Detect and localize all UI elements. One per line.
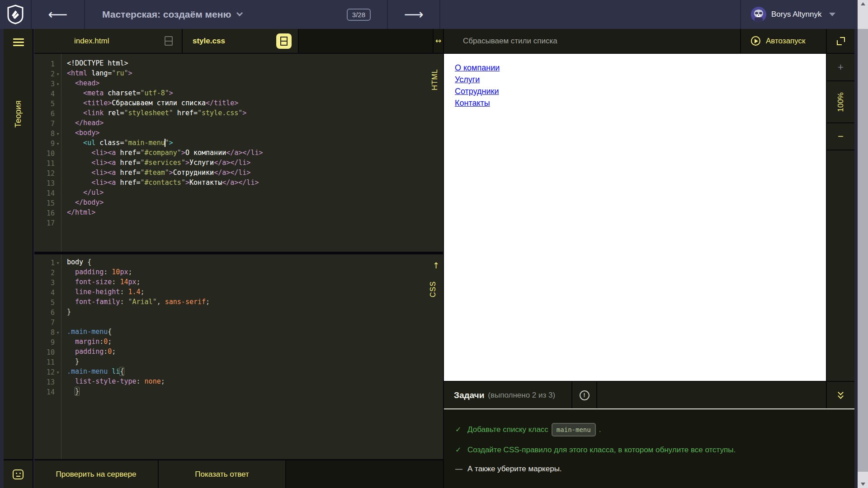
- dash-icon: —: [455, 464, 467, 474]
- page-scrollbar[interactable]: [858, 0, 868, 488]
- code-line: <li><a href="#services">Услуги</a></li>: [67, 159, 443, 169]
- scroll-top-icon[interactable]: ↑: [433, 261, 439, 270]
- scrollbar-up-arrow[interactable]: [858, 0, 868, 8]
- shield-logo-icon: [7, 5, 24, 24]
- scrollbar-thumb[interactable]: [858, 29, 868, 472]
- split-view-icon[interactable]: [165, 36, 173, 46]
- gutter-line: 14: [34, 387, 61, 397]
- preview-link[interactable]: Сотрудники: [455, 85, 499, 97]
- line-number: 11: [47, 160, 55, 168]
- chevron-down-icon[interactable]: [236, 10, 243, 16]
- prev-task-button[interactable]: ⟵: [32, 0, 85, 29]
- gutter-line: 1▾: [34, 258, 61, 268]
- page-title[interactable]: Мастерская: создаём меню: [102, 9, 231, 20]
- check-icon: ✓: [455, 424, 467, 435]
- line-number: 8: [51, 328, 55, 337]
- fold-marker-icon[interactable]: ▾: [55, 72, 61, 76]
- code-line: padding: 10px;: [67, 268, 443, 278]
- fold-marker-icon[interactable]: ▾: [55, 131, 61, 136]
- fold-marker-icon[interactable]: ▾: [55, 261, 61, 265]
- menu-burger-icon[interactable]: [13, 38, 24, 46]
- tasks-collapse-button[interactable]: [826, 382, 854, 408]
- line-number: 1: [51, 60, 55, 68]
- feedback-face-icon: [13, 469, 24, 479]
- code-line: list-style-type: none;: [67, 377, 443, 387]
- zoom-in-button[interactable]: +: [827, 54, 854, 81]
- code-line: body {: [67, 258, 443, 268]
- preview-column: Сбрасываем стили списка Автозапуск О ком…: [443, 29, 854, 488]
- preview-link[interactable]: Услуги: [455, 74, 480, 85]
- user-menu[interactable]: Borys Altynnyk: [740, 0, 858, 29]
- gutter-line: 5: [34, 298, 61, 308]
- course-title-area: Мастерская: создаём меню 3/28: [85, 0, 388, 29]
- code-line: <head>: [67, 79, 443, 89]
- split-view-active-icon[interactable]: [276, 33, 292, 49]
- code-line: margin:0;: [67, 338, 443, 347]
- css-code[interactable]: body { padding: 10px; font-size: 14px; l…: [61, 254, 443, 459]
- css-editor[interactable]: 1▾2345678▾9101112▾1314 body { padding: 1…: [34, 254, 443, 459]
- fold-marker-icon[interactable]: ▾: [55, 330, 61, 335]
- check-icon: ✓: [455, 445, 467, 455]
- preview-area: О компанииУслугиСотрудникиКонтакты + 100…: [444, 54, 854, 381]
- line-number: 9: [51, 140, 55, 148]
- show-answer-button[interactable]: Показать ответ: [159, 460, 286, 488]
- gutter-line: 9▾: [34, 139, 61, 149]
- gutter-line: 2: [34, 268, 61, 278]
- tabs-spacer: [299, 29, 433, 53]
- line-number: 5: [51, 299, 55, 307]
- task-item: ✓Создайте CSS-правило для этого класса, …: [455, 445, 854, 455]
- gutter-line: 2▾: [34, 69, 61, 79]
- html-gutter: 12▾3▾45678▾9▾1011121314151617: [34, 54, 61, 252]
- preview-address: Сбрасываем стили списка: [444, 29, 557, 53]
- report-issue-button[interactable]: [4, 459, 33, 488]
- resize-horizontal-icon: ↔: [435, 37, 441, 45]
- theory-tab[interactable]: Теория: [14, 101, 23, 128]
- gutter-line: 3: [34, 278, 61, 288]
- user-dropdown-caret-icon: [829, 13, 835, 16]
- scrollbar-down-arrow[interactable]: [858, 480, 868, 488]
- html-editor[interactable]: 12▾3▾45678▾9▾1011121314151617 <!DOCTYPE …: [34, 54, 443, 252]
- top-bar: ⟵ Мастерская: создаём меню 3/28 ⟶: [0, 0, 858, 29]
- check-on-server-button[interactable]: Проверить на сервере: [34, 460, 159, 488]
- gutter-line: 3▾: [34, 79, 61, 89]
- line-number: 12: [47, 368, 55, 376]
- preview-link[interactable]: Контакты: [455, 97, 490, 109]
- pane-resize-handle[interactable]: ↔: [433, 29, 443, 53]
- code-line: </html>: [67, 208, 443, 218]
- code-line: }: [67, 308, 443, 318]
- line-number: 2: [51, 70, 55, 78]
- preview-link[interactable]: О компании: [455, 62, 500, 74]
- tasks-info-button[interactable]: !: [572, 382, 597, 408]
- htmlacademy-logo[interactable]: [0, 0, 32, 29]
- line-number: 5: [51, 100, 55, 108]
- tasks-progress: (выполнено 2 из 3): [488, 391, 555, 400]
- editor-column: index.html style.css ↔ 12▾3▾45678▾9▾1011…: [34, 29, 443, 488]
- line-number: 4: [51, 289, 55, 297]
- code-line: <html lang="ru">: [67, 69, 443, 79]
- gutter-line: 7: [34, 318, 61, 328]
- code-line: <title>Сбрасываем стили списка</title>: [67, 99, 443, 109]
- task-text: А также уберите маркеры.: [467, 464, 562, 474]
- tab-style-css[interactable]: style.css: [183, 29, 299, 53]
- left-rail: Теория: [4, 29, 33, 488]
- fullscreen-button[interactable]: [826, 29, 854, 53]
- zoom-level[interactable]: 100%: [827, 81, 854, 123]
- gutter-line: 5: [34, 99, 61, 109]
- fold-marker-icon[interactable]: ▾: [55, 141, 61, 146]
- gutter-line: 6: [34, 109, 61, 119]
- fold-marker-icon[interactable]: ▾: [55, 82, 61, 86]
- zoom-out-button[interactable]: −: [827, 123, 854, 150]
- html-code[interactable]: <!DOCTYPE html><html lang="ru"> <head> <…: [61, 54, 443, 252]
- tasks-title-cell[interactable]: Задачи (выполнено 2 из 3): [444, 382, 572, 408]
- autorun-label: Автозапуск: [766, 37, 806, 46]
- workshop-app: ⟵ Мастерская: создаём меню 3/28 ⟶: [0, 0, 868, 488]
- tab-index-html[interactable]: index.html: [34, 29, 183, 53]
- autorun-button[interactable]: Автозапуск: [740, 29, 826, 53]
- next-task-button[interactable]: ⟶: [388, 0, 440, 29]
- html-pane-label: HTML: [431, 69, 439, 90]
- task-text: Добавьте списку классmain-menu.: [467, 423, 601, 436]
- line-number: 11: [47, 358, 55, 366]
- fold-marker-icon[interactable]: ▾: [55, 370, 61, 375]
- css-pane-label: CSS: [429, 281, 437, 297]
- gutter-line: 13: [34, 377, 61, 387]
